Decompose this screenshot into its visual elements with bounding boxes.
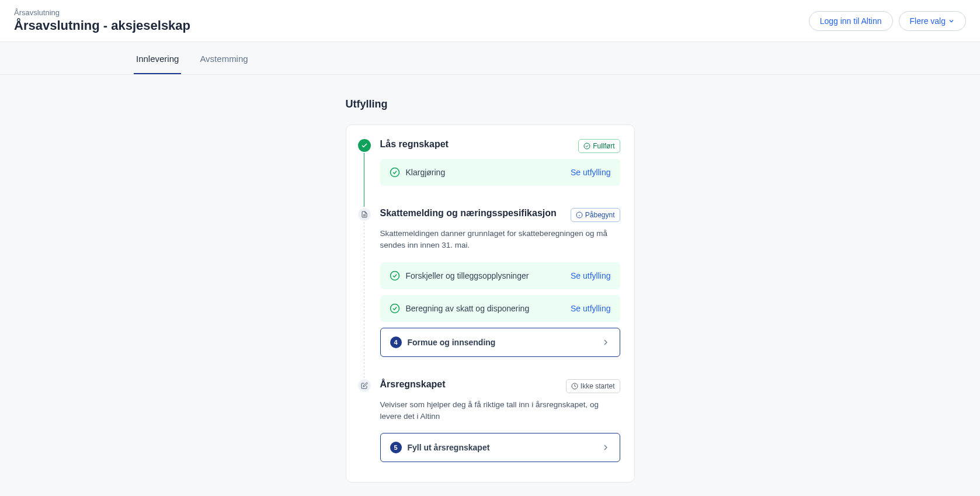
chevron-right-icon [601, 338, 610, 347]
chevron-right-icon [601, 443, 610, 452]
check-circle-icon [390, 270, 400, 281]
substep-formue-action[interactable]: 4 Formue og innsending [380, 328, 620, 357]
badge-label: Fullført [593, 142, 614, 150]
step-skattemelding: Skattemelding og næringsspesifikasjon På… [358, 208, 620, 379]
check-circle-icon [583, 143, 590, 150]
breadcrumb: Årsavslutning [14, 8, 190, 17]
step-title: Årsregnskapet [380, 379, 446, 390]
page-header: Årsavslutning Årsavslutning - aksjeselsk… [0, 0, 980, 42]
badge-label: Ikke startet [581, 382, 615, 390]
substep-label: Formue og innsending [408, 338, 496, 347]
substep-label: Beregning av skatt og disponering [406, 304, 530, 313]
svg-point-8 [390, 304, 399, 313]
tabs-bar: Innlevering Avstemming [0, 42, 980, 75]
substep-label: Fyll ut årsregnskapet [408, 443, 490, 452]
tab-innlevering[interactable]: Innlevering [134, 42, 181, 74]
check-circle-icon [390, 303, 400, 314]
step-description: Skattemeldingen danner grunnlaget for sk… [380, 228, 620, 252]
substep-klargjoring: Klargjøring Se utfylling [380, 159, 620, 186]
step-number-badge: 4 [390, 337, 402, 348]
steps-card: Lås regnskapet Fullført Klargjøring Se u… [346, 124, 635, 483]
login-altinn-button[interactable]: Logg inn til Altinn [809, 11, 893, 31]
edit-document-icon [358, 379, 371, 392]
more-options-button[interactable]: Flere valg [899, 11, 966, 31]
svg-point-0 [584, 143, 590, 149]
see-fill-link[interactable]: Se utfylling [571, 168, 610, 177]
step-arsregnskapet: Årsregnskapet Ikke startet Veiviser som … [358, 379, 620, 469]
step-description: Veiviser som hjelper deg å få riktige ta… [380, 399, 620, 423]
status-badge-not-started: Ikke startet [566, 379, 620, 393]
login-altinn-label: Logg inn til Altinn [820, 16, 882, 26]
check-circle-icon [390, 167, 400, 178]
svg-point-1 [390, 168, 399, 177]
info-icon [576, 211, 583, 218]
status-badge-started: Påbegynt [571, 208, 620, 222]
see-fill-link[interactable]: Se utfylling [571, 304, 610, 313]
svg-point-7 [390, 271, 399, 280]
step-title: Lås regnskapet [380, 139, 449, 150]
chevron-down-icon [948, 18, 955, 25]
document-icon [358, 208, 371, 221]
substep-fyll-ut-action[interactable]: 5 Fyll ut årsregnskapet [380, 433, 620, 462]
check-circle-icon [358, 139, 371, 152]
page-title: Årsavslutning - aksjeselskap [14, 18, 190, 33]
section-title: Utfylling [346, 98, 635, 110]
step-connector [364, 222, 364, 378]
substep-beregning: Beregning av skatt og disponering Se utf… [380, 295, 620, 322]
step-title: Skattemelding og næringsspesifikasjon [380, 208, 557, 218]
status-badge-complete: Fullført [578, 139, 620, 153]
step-connector [364, 153, 364, 207]
clock-icon [571, 383, 578, 390]
substep-forskjeller: Forskjeller og tilleggsopplysninger Se u… [380, 262, 620, 289]
substep-label: Klargjøring [406, 168, 446, 177]
substep-label: Forskjeller og tilleggsopplysninger [406, 271, 529, 280]
see-fill-link[interactable]: Se utfylling [571, 271, 610, 280]
badge-label: Påbegynt [585, 211, 615, 219]
step-lock-accounting: Lås regnskapet Fullført Klargjøring Se u… [358, 139, 620, 208]
more-options-label: Flere valg [910, 16, 946, 26]
tab-avstemming[interactable]: Avstemming [197, 42, 250, 74]
step-number-badge: 5 [390, 442, 402, 453]
